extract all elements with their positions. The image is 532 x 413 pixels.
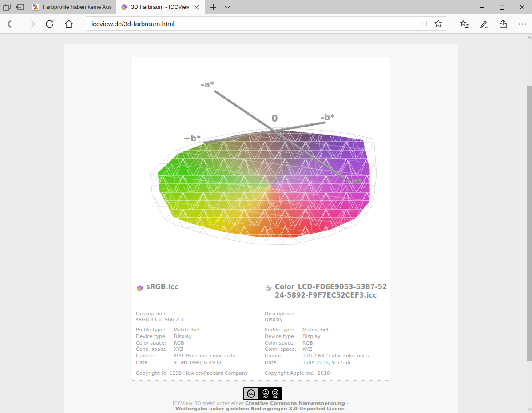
description-value: sRGB IEC61966-2.1: [136, 317, 257, 322]
cc-sa-arrow-icon: [272, 389, 278, 396]
field-label: Gamut:: [265, 353, 302, 360]
tab-bar: Farbprofile haben keine Aus 3D Farbraum …: [0, 0, 532, 14]
field-value: 9 Feb 1998, 6:49:00: [174, 360, 223, 366]
field-label: Conn. space:: [265, 346, 302, 353]
field-label: Profile type:: [136, 327, 174, 334]
gamut-wireframe-icon: [265, 284, 272, 292]
field-value: RGB: [302, 340, 313, 347]
refresh-button[interactable]: [43, 17, 57, 31]
field-value: 1.017.637 cubic color units: [302, 353, 369, 360]
field-label: Gamut:: [136, 353, 174, 360]
cc-license-badge[interactable]: CC BY SA: [243, 387, 282, 400]
home-icon: [64, 19, 74, 29]
lab-axes: [132, 57, 390, 279]
ink-pen-icon: [479, 19, 489, 29]
cc-sa-label: SA: [273, 396, 278, 399]
field-value: Display: [174, 334, 192, 340]
field-value: 1 Jan 2018, 9:57:56: [302, 360, 350, 366]
navigation-toolbar: iccview.de/3d-farbraum.html: [0, 14, 532, 34]
more-options-button[interactable]: [515, 17, 529, 31]
tab-title: 3D Farbraum - ICCView: [131, 4, 189, 10]
profile-name: Color_LCD-FD6E9053-53B7-5224-5892-F9F7EC…: [275, 283, 387, 300]
profile-details: Description: sRGB IEC61966-2.1 Profile t…: [132, 301, 261, 376]
profile-copyright: Copyright Apple Inc., 2018: [265, 370, 386, 376]
star-icon: [433, 19, 443, 28]
scroll-down-button[interactable]: [527, 406, 532, 412]
profile-comparison-table: sRGB.icc Description: sRGB IEC61966-2.1 …: [132, 279, 390, 381]
profile-details: Description: Display Profile type:Matrix…: [261, 301, 390, 376]
field-label: Device type:: [136, 334, 174, 340]
profile-column-srgb: sRGB.icc Description: sRGB IEC61966-2.1 …: [132, 279, 261, 380]
tab-farbprofile[interactable]: Farbprofile haben keine Aus: [28, 0, 116, 14]
maximize-icon: [500, 5, 504, 10]
hub-star-list-icon: [459, 19, 470, 29]
profile-header: sRGB.icc: [132, 279, 261, 301]
ellipsis-icon: [517, 19, 528, 29]
maximize-button[interactable]: [492, 0, 512, 14]
hub-favorites-button[interactable]: [457, 17, 472, 31]
license-link[interactable]: Weitergabe unter gleichen Bedingungen 3.…: [175, 406, 346, 412]
field-value: Display: [302, 334, 321, 340]
chevron-up-icon: [528, 36, 532, 39]
profile-header: Color_LCD-FD6E9053-53B7-5224-5892-F9F7EC…: [261, 279, 390, 301]
tab-3d-farbraum[interactable]: 3D Farbraum - ICCView: [116, 0, 205, 14]
set-tabs-aside-button[interactable]: [1, 0, 13, 14]
scrollbar-thumb[interactable]: [527, 86, 532, 361]
minimize-button[interactable]: [472, 0, 492, 14]
axis-label-neg-a: -a*: [201, 79, 214, 89]
field-label: Date:: [136, 360, 174, 366]
field-label: Date:: [265, 360, 302, 366]
gamut-comparison-card: -a* 0 -b* +b* +a*: [132, 57, 390, 381]
tab-close-button[interactable]: [191, 2, 201, 12]
gamut-color-icon: [136, 284, 143, 292]
forward-button[interactable]: [24, 17, 38, 31]
tab-title: Farbprofile haben keine Aus: [43, 4, 112, 10]
field-value: Matrix 3x3: [174, 327, 200, 334]
close-window-button[interactable]: [512, 0, 532, 14]
url-text: iccview.de/3d-farbraum.html: [91, 20, 416, 28]
share-icon: [498, 19, 508, 29]
cc-by-label: BY: [263, 396, 268, 399]
description-label: Description:: [265, 311, 386, 317]
back-arrow-icon: [6, 19, 17, 29]
add-favorite-button[interactable]: [431, 17, 446, 30]
chevron-down-icon: [225, 6, 230, 9]
close-icon: [194, 5, 199, 10]
axis-label-neg-b: -b*: [321, 112, 334, 122]
axis-label-origin: 0: [271, 113, 278, 124]
reading-view-book-icon: [418, 19, 428, 28]
tab-favicon-farbprofile: [32, 4, 39, 11]
field-value: XYZ: [174, 346, 183, 353]
tabs-aside-panel-icon: [15, 3, 24, 12]
home-button[interactable]: [62, 17, 76, 31]
close-icon: [520, 4, 525, 10]
address-bar[interactable]: iccview.de/3d-farbraum.html: [86, 16, 446, 31]
cc-by-person-icon: [262, 389, 269, 396]
gamut-3d-view[interactable]: -a* 0 -b* +b* +a*: [132, 57, 390, 279]
field-label: Conn. space:: [136, 346, 174, 353]
axis-label-pos-b: +b*: [183, 133, 201, 143]
minimize-icon: [480, 5, 484, 10]
profile-column-lcd: Color_LCD-FD6E9053-53B7-5224-5892-F9F7EC…: [261, 279, 390, 380]
web-note-button[interactable]: [477, 17, 491, 31]
tabs-youve-set-aside-button[interactable]: [13, 0, 26, 14]
cc-logo-text: CC: [249, 392, 254, 396]
set-tabs-aside-icon: [3, 3, 12, 12]
forward-arrow-icon: [25, 19, 36, 29]
cc-logo: CC: [244, 388, 258, 399]
tab-favicon-iccview-gamut: [120, 4, 127, 11]
tab-preview-chevron-button[interactable]: [221, 0, 234, 14]
field-label: Color space:: [136, 340, 174, 347]
chevron-down-icon: [528, 408, 532, 410]
back-button[interactable]: [4, 17, 19, 31]
description-value: Display: [265, 317, 386, 322]
share-button[interactable]: [496, 17, 510, 31]
axis-label-pos-a: +a*: [345, 176, 362, 186]
profile-name: sRGB.icc: [146, 283, 179, 291]
description-label: Description:: [136, 311, 257, 317]
new-tab-button[interactable]: [206, 0, 220, 14]
reading-view-button[interactable]: [416, 17, 431, 30]
refresh-icon: [44, 19, 55, 29]
vertical-scrollbar[interactable]: [527, 34, 532, 413]
scroll-up-button[interactable]: [527, 35, 532, 41]
